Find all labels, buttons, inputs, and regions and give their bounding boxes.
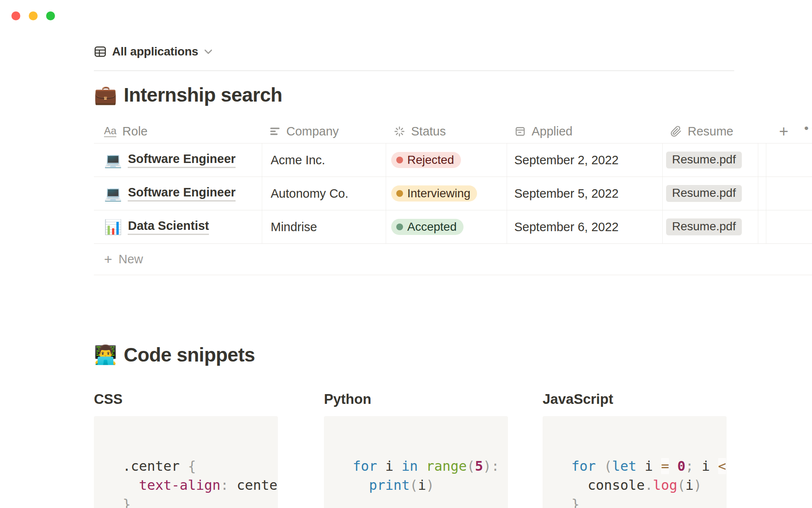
close-button[interactable] [11,11,20,20]
page-title-text: Internship search [123,82,282,108]
code-token-punct: } [571,496,579,508]
code-line: } [123,495,278,508]
company-cell[interactable]: Mindrise [262,210,386,243]
code-line: .center { [123,457,278,476]
role-cell[interactable]: 💻Software Engineer [94,144,262,177]
code-token-plain: .center [123,458,188,474]
code-token-punct: ( [467,458,475,474]
text-property-icon [270,126,280,137]
code-token-function: log [653,477,678,493]
role-page-emoji: 📊 [104,218,122,235]
column-header-company[interactable]: Company [262,124,386,138]
resume-file-chip[interactable]: Resume.pdf [666,152,742,168]
column-header-role[interactable]: Aa Role [94,124,262,138]
status-dot [396,190,403,197]
code-block[interactable]: for i in range(5): print(i) [324,416,508,508]
code-token-plain [353,477,369,493]
applied-date-cell[interactable]: September 5, 2022 [507,177,663,210]
role-page-emoji: 💻 [104,185,122,202]
column-header-applied[interactable]: Applied [507,124,663,138]
resume-cell[interactable]: Resume.pdf [663,177,758,210]
paperclip-icon [670,126,682,137]
code-token-plain: i [686,477,694,493]
more-options-button[interactable]: ••• [804,121,812,135]
header-divider [94,70,734,71]
view-switcher-label: All applications [112,45,198,58]
code-token-plain: i [418,477,426,493]
column-gutter [758,210,766,243]
code-line: print(i) [353,476,508,495]
status-tag[interactable]: Rejected [391,152,461,168]
column-label: Role [122,124,148,138]
table-body: 💻Software EngineerAcme Inc.RejectedSepte… [94,144,812,244]
status-cell[interactable]: Interviewing [386,177,507,210]
company-cell[interactable]: Acme Inc. [262,144,386,177]
technologist-emoji: 👨‍💻 [94,342,117,368]
code-token-punct: ) [426,477,434,493]
column-header-resume[interactable]: Resume [663,124,758,138]
row-end-space [766,144,812,177]
applied-date-cell[interactable]: September 2, 2022 [507,144,663,177]
code-token-plain [123,477,139,493]
code-block[interactable]: for (let i = 0; i < console.log(i)} [543,416,727,508]
resume-cell[interactable]: Resume.pdf [663,144,758,177]
window-controls [11,11,55,20]
role-page-link[interactable]: Software Engineer [128,185,236,202]
briefcase-emoji: 💼 [94,82,117,108]
table-view-icon [94,45,107,58]
row-end-space [766,177,812,210]
status-tag[interactable]: Accepted [391,219,464,235]
code-language-label: JavaScript [543,390,727,409]
company-cell[interactable]: Autonomy Co. [262,177,386,210]
code-token-number: 0 [677,458,685,474]
code-token-keyword: for [571,458,596,474]
code-token-punct: } [123,496,131,508]
plus-icon: + [104,251,112,268]
code-token-operator: = [661,458,669,474]
table-row: 💻Software EngineerAcme Inc.RejectedSepte… [94,144,812,177]
code-token-operator: < [718,458,726,474]
resume-cell[interactable]: Resume.pdf [663,210,758,243]
resume-file-chip[interactable]: Resume.pdf [666,218,742,235]
fullscreen-button[interactable] [46,11,55,20]
column-label: Company [286,124,339,138]
code-token-punct: . [645,477,653,493]
code-line: for (let i = 0; i < [571,457,727,476]
status-cell[interactable]: Accepted [386,210,507,243]
page: All applications 💼 Internship search Aa … [0,0,812,508]
code-columns: CSS.center { text-align: cente}Pythonfor… [94,390,812,508]
minimize-button[interactable] [29,11,38,20]
role-cell[interactable]: 📊Data Scientist [94,210,262,243]
column-gutter [758,177,766,210]
role-cell[interactable]: 💻Software Engineer [94,177,262,210]
code-block[interactable]: .center { text-align: cente} [94,416,278,508]
code-token-plain [418,458,426,474]
status-tag[interactable]: Interviewing [391,185,477,202]
row-end-space [766,210,812,243]
column-header-status[interactable]: Status [386,124,507,138]
table-row: 💻Software EngineerAutonomy Co.Interviewi… [94,177,812,210]
date-property-icon [515,126,526,137]
code-column: Pythonfor i in range(5): print(i) [324,390,508,508]
resume-file-chip[interactable]: Resume.pdf [666,185,742,202]
status-dot [396,157,403,163]
column-label: Status [411,124,446,138]
view-switcher[interactable]: All applications [94,0,213,58]
code-token-plain: console [571,477,645,493]
code-token-plain [669,458,677,474]
status-cell[interactable]: Rejected [386,144,507,177]
code-column: JavaScriptfor (let i = 0; i < console.lo… [543,390,727,508]
column-gutter [758,144,766,177]
code-token-keyword: print [369,477,410,493]
role-page-link[interactable]: Software Engineer [128,152,236,168]
code-token-punct: ( [604,458,612,474]
applied-date-cell[interactable]: September 6, 2022 [507,210,663,243]
code-line: for i in range(5): [353,457,508,476]
status-property-icon [394,126,405,137]
code-token-plain [596,458,604,474]
code-token-plain: i [377,458,402,474]
page-title: 💼 Internship search [94,82,812,108]
role-page-link[interactable]: Data Scientist [128,219,209,235]
code-token-punct: ( [677,477,685,493]
new-row-button[interactable]: + New [94,244,812,275]
